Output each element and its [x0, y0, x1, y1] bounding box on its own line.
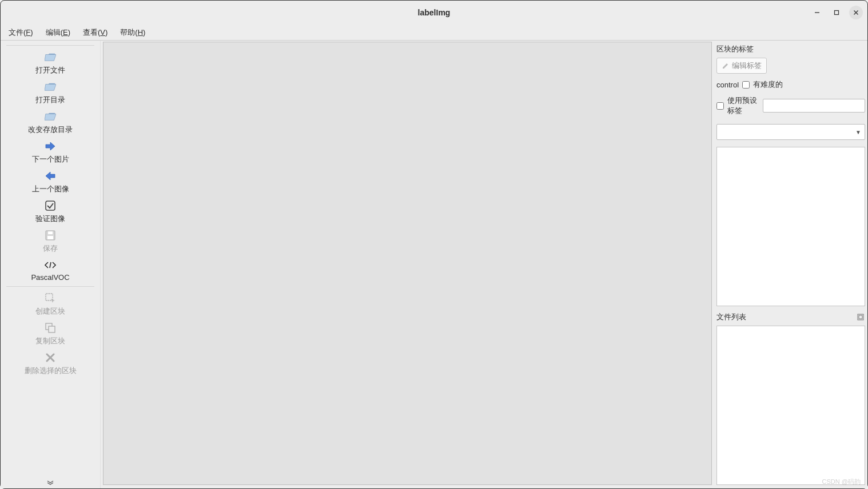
- use-default-label-text: 使用预设标签: [727, 95, 759, 116]
- change-save-dir-button[interactable]: 改变存放目录: [1, 107, 100, 137]
- left-toolbar: 打开文件 打开目录 改变存放目录 下一个图片: [1, 41, 101, 488]
- maximize-button[interactable]: [830, 6, 843, 19]
- svg-rect-6: [47, 236, 53, 239]
- svg-rect-1: [835, 11, 839, 15]
- delete-box-label: 删除选择的区块: [25, 366, 77, 376]
- toolbar-expand-icon[interactable]: [46, 480, 54, 485]
- edit-label-button: 编辑标签: [716, 58, 767, 74]
- verify-image-label: 验证图像: [35, 214, 65, 224]
- save-label: 保存: [43, 243, 58, 254]
- close-button[interactable]: [849, 6, 863, 19]
- minimize-button[interactable]: [810, 6, 824, 19]
- menu-help[interactable]: 帮助(H): [118, 26, 148, 39]
- label-list[interactable]: [716, 147, 865, 306]
- copy-icon: [45, 322, 56, 334]
- chevron-down-icon: ▼: [855, 129, 861, 135]
- delete-box-button: 删除选择的区块: [1, 348, 100, 378]
- canvas[interactable]: [103, 42, 712, 485]
- difficult-checkbox[interactable]: [742, 81, 750, 89]
- window-title: labelImg: [418, 8, 451, 17]
- box-labels-title: 区块的标签: [716, 43, 865, 55]
- folder-icon: [45, 81, 56, 93]
- arrow-left-icon: [45, 170, 56, 182]
- arrow-right-icon: [45, 141, 56, 152]
- x-icon: [45, 352, 56, 363]
- next-image-label: 下一个图片: [32, 154, 69, 165]
- check-icon: [45, 200, 56, 211]
- format-button[interactable]: PascalVOC: [1, 256, 100, 284]
- open-file-label: 打开文件: [35, 65, 65, 75]
- label-dropdown[interactable]: ▼: [716, 124, 865, 140]
- duplicate-box-label: 复制区块: [35, 336, 65, 346]
- menu-view[interactable]: 查看(V): [81, 26, 110, 39]
- next-image-button[interactable]: 下一个图片: [1, 137, 100, 167]
- content-area: 打开文件 打开目录 改变存放目录 下一个图片: [1, 41, 867, 488]
- file-list-title: 文件列表: [716, 311, 746, 323]
- default-label-input[interactable]: [763, 99, 865, 113]
- create-box-label: 创建区块: [35, 306, 65, 316]
- menubar: 文件(F) 编辑(E) 查看(V) 帮助(H): [1, 25, 867, 41]
- svg-rect-15: [859, 315, 862, 319]
- prev-image-button[interactable]: 上一个图像: [1, 167, 100, 197]
- open-file-button[interactable]: 打开文件: [1, 48, 100, 78]
- save-button: 保存: [1, 226, 100, 256]
- folder-icon: [45, 51, 56, 63]
- svg-rect-7: [48, 231, 53, 234]
- menu-file[interactable]: 文件(F): [6, 26, 35, 39]
- file-list[interactable]: [716, 326, 865, 485]
- menu-edit[interactable]: 编辑(E): [43, 26, 73, 39]
- verify-image-button[interactable]: 验证图像: [1, 197, 100, 226]
- undock-icon[interactable]: [857, 314, 864, 320]
- file-list-header: 文件列表: [716, 311, 865, 323]
- difficult-row: control 有难度的: [716, 79, 865, 90]
- svg-rect-11: [49, 326, 55, 332]
- window-controls: [810, 6, 863, 19]
- toolbar-separator: [6, 286, 94, 287]
- save-icon: [45, 230, 56, 241]
- prev-image-label: 上一个图像: [32, 184, 69, 194]
- app-window: labelImg 文件(F) 编辑(E) 查看(V) 帮助(H): [0, 0, 868, 489]
- open-dir-label: 打开目录: [35, 95, 65, 105]
- right-panel: 区块的标签 编辑标签 control 有难度的 使用预设标签 ▼: [714, 41, 867, 488]
- code-icon: [45, 259, 56, 271]
- format-label: PascalVOC: [31, 273, 69, 282]
- edit-icon: [722, 62, 730, 70]
- open-dir-button[interactable]: 打开目录: [1, 78, 100, 107]
- duplicate-box-button: 复制区块: [1, 319, 100, 348]
- use-default-label-checkbox[interactable]: [716, 102, 724, 110]
- svg-line-8: [50, 262, 51, 268]
- default-label-row: 使用预设标签: [716, 95, 865, 116]
- titlebar: labelImg: [1, 1, 867, 25]
- change-save-dir-label: 改变存放目录: [28, 125, 73, 135]
- difficult-label: 有难度的: [753, 79, 783, 90]
- svg-rect-4: [46, 201, 55, 210]
- rect-cursor-icon: [45, 292, 56, 304]
- folder-icon: [45, 111, 56, 122]
- edit-label-text: 编辑标签: [732, 61, 762, 71]
- toolbar-separator: [6, 45, 94, 46]
- create-box-button: 创建区块: [1, 289, 100, 319]
